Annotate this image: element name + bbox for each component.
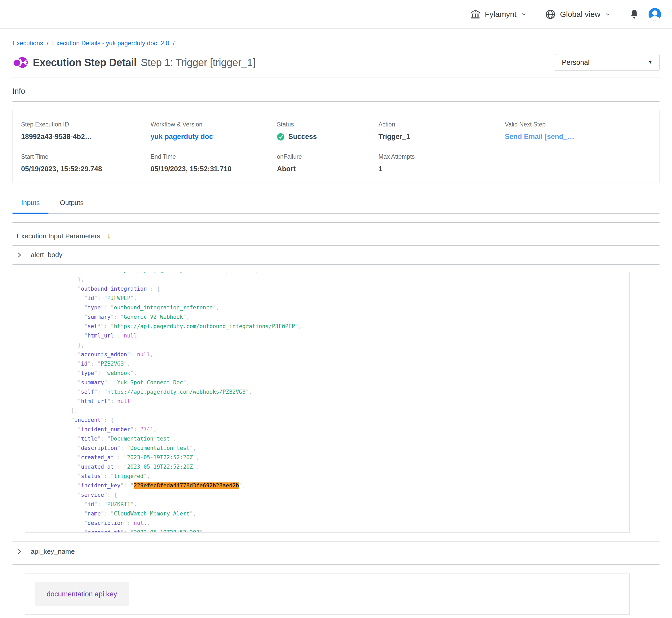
breadcrumb-separator: /	[173, 39, 175, 47]
field-value: 18992a43-9538-4b2…	[21, 133, 142, 141]
success-check-icon	[277, 133, 285, 141]
download-arrow-icon[interactable]: ↓	[107, 232, 111, 240]
json-code-line: "created_at": "2023-05-19T22:52:20Z",	[31, 528, 629, 533]
json-code-line: "html_url": null	[31, 397, 629, 406]
field-status: Status Success	[268, 121, 370, 141]
field-max-attempts: Max Attempts 1	[370, 153, 496, 173]
next-step-link[interactable]: Send Email [send_…	[505, 133, 574, 140]
field-empty	[496, 153, 659, 173]
breadcrumb-separator: /	[47, 39, 49, 47]
json-code-line: "summary": "Yuk Spot Connect Doc",	[31, 378, 629, 387]
param-row-alert-body[interactable]: alert_body	[12, 246, 660, 264]
org-name-label: Fylamynt	[485, 10, 516, 19]
info-section-heading: Info	[12, 87, 660, 96]
field-label: End Time	[151, 153, 268, 160]
user-avatar[interactable]	[649, 8, 661, 20]
field-label: onFailure	[277, 153, 370, 160]
field-step-execution-id: Step Execution ID 18992a43-9538-4b2…	[13, 121, 142, 141]
field-label: Start Time	[21, 153, 142, 160]
json-code-line: "type": "outbound_integration_reference"…	[31, 303, 629, 312]
json-code-line: "self": "https://api.pagerduty.com/servi…	[31, 272, 629, 275]
field-value: 05/19/2023, 15:52:29.748	[21, 165, 142, 173]
view-name-label: Global view	[560, 10, 600, 19]
json-code-line: "id": "PUZKRT1",	[31, 500, 629, 509]
inputs-outputs-tabs: Inputs Outputs	[12, 199, 660, 214]
chevron-down-icon	[604, 11, 611, 17]
workflow-brand-icon	[12, 55, 27, 70]
org-selector[interactable]: Fylamynt	[470, 9, 527, 19]
field-onfailure: onFailure Abort	[268, 153, 370, 173]
chevron-right-icon	[17, 548, 22, 555]
field-label: Status	[277, 121, 370, 128]
bank-icon	[470, 9, 481, 19]
field-end-time: End Time 05/19/2023, 15:52:31.710	[142, 153, 268, 173]
field-value: Trigger_1	[379, 133, 496, 141]
chevron-right-icon	[17, 251, 22, 259]
tab-inputs[interactable]: Inputs	[12, 199, 49, 214]
json-code-line: },	[31, 340, 629, 350]
top-navigation-bar: Fylamynt Global view	[0, 0, 672, 29]
field-action: Action Trigger_1	[370, 121, 496, 141]
execution-input-parameters-heading: Execution Input Parameters	[17, 232, 100, 240]
breadcrumb-executions-link[interactable]: Executions	[12, 39, 43, 47]
json-code-line: "description": "Documentation test",	[31, 443, 629, 453]
info-divider	[12, 101, 660, 102]
json-code-line: "name": "CloudWatch-Memory-Alert",	[31, 509, 629, 518]
json-code-line: "html_url": null	[31, 331, 629, 340]
json-code-line: "description": null,	[31, 518, 629, 528]
page-title: Execution Step Detail	[33, 57, 137, 69]
main-content: Executions / Execution Details - yuk pag…	[0, 39, 672, 618]
workflow-link[interactable]: yuk pagerduty doc	[151, 133, 213, 140]
section-divider	[12, 564, 660, 565]
json-code-lines: "self": "https://api.pagerduty.com/servi…	[25, 272, 629, 533]
json-code-line: "type": "webhook",	[31, 369, 629, 378]
execution-input-parameters-header: Execution Input Parameters ↓	[12, 228, 660, 245]
field-label: Max Attempts	[379, 153, 496, 160]
field-value: Abort	[277, 165, 370, 173]
avatar-head-shape	[652, 10, 657, 16]
field-label: Workflow & Version	[151, 121, 268, 128]
field-start-time: Start Time 05/19/2023, 15:52:29.748	[13, 153, 142, 173]
field-valid-next-step: Valid Next Step Send Email [send_…	[496, 121, 659, 141]
caret-down-icon: ▼	[648, 60, 653, 65]
section-divider	[12, 222, 660, 223]
api-key-name-chip[interactable]: documentation api key	[35, 582, 129, 606]
json-code-line: "updated_at": "2023-05-19T22:52:20Z",	[31, 462, 629, 472]
json-code-line: "self": "https://api.pagerduty.com/webho…	[31, 387, 629, 397]
tab-outputs[interactable]: Outputs	[60, 199, 84, 213]
breadcrumb-execution-details-link[interactable]: Execution Details - yuk pagerduty doc: 2…	[52, 39, 169, 47]
json-code-line: "incident_number": 2741,	[31, 425, 629, 434]
alert-body-json-viewer[interactable]: "self": "https://api.pagerduty.com/servi…	[25, 272, 630, 533]
json-code-line: "summary": "Generic V2 Webhook",	[31, 312, 629, 322]
field-value: 1	[379, 165, 496, 173]
json-code-line: "id": "PJFWPEP",	[31, 294, 629, 303]
page-subtitle: Step 1: Trigger [trigger_1]	[141, 57, 255, 69]
section-divider	[12, 264, 660, 265]
json-code-line: "service": {	[31, 490, 629, 500]
json-code-line: },	[31, 275, 629, 284]
json-code-line: "id": "PZB2VG3",	[31, 359, 629, 369]
json-code-line: "incident": {	[31, 415, 629, 425]
json-code-line: "title": "Documentation test",	[31, 434, 629, 443]
field-label: Action	[379, 121, 496, 128]
field-label: Step Execution ID	[21, 121, 142, 128]
json-code-line: "accounts_addon": null,	[31, 350, 629, 359]
param-name: api_key_name	[31, 547, 75, 555]
json-code-line: "created_at": "2023-05-19T22:52:20Z",	[31, 453, 629, 462]
json-code-line: "status": "triggered",	[31, 472, 629, 481]
avatar-body-shape	[650, 16, 660, 20]
view-selector[interactable]: Global view	[545, 9, 611, 20]
scope-select-dropdown[interactable]: Personal ▼	[555, 54, 660, 71]
json-code-line: "incident_key": "229efec8feda44778d3fe69…	[31, 481, 629, 490]
breadcrumb: Executions / Execution Details - yuk pag…	[12, 39, 660, 47]
param-row-api-key-name[interactable]: api_key_name	[12, 542, 660, 561]
field-workflow-version: Workflow & Version yuk pagerduty doc	[142, 121, 268, 141]
json-code-line: "outbound_integration": {	[31, 284, 629, 294]
status-badge: Success	[288, 133, 317, 141]
notifications-bell-icon[interactable]	[629, 9, 640, 20]
topbar-divider	[536, 7, 536, 22]
field-label: Valid Next Step	[505, 121, 659, 128]
field-value: 05/19/2023, 15:52:31.710	[151, 165, 268, 173]
param-name: alert_body	[31, 251, 62, 259]
api-key-name-value-box: documentation api key	[25, 574, 630, 615]
